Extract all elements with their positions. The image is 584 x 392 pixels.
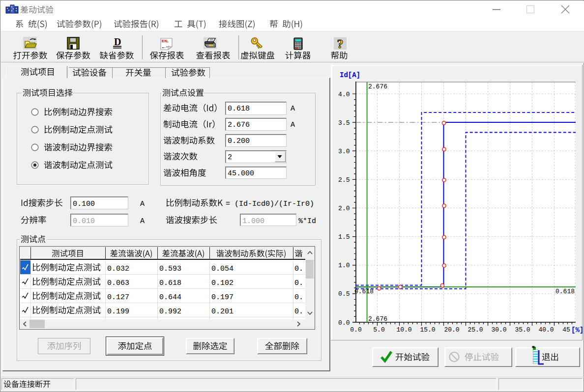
svg-text:0.0: 0.0 — [350, 326, 361, 334]
svg-text:1.0: 1.0 — [338, 262, 350, 269]
svg-text:3.0: 3.0 — [338, 148, 350, 155]
svg-text:3.5: 3.5 — [338, 119, 350, 127]
svg-text:25.0: 25.0 — [467, 326, 483, 334]
svg-text:10.0: 10.0 — [396, 326, 411, 334]
svg-text:4.0: 4.0 — [338, 91, 350, 98]
svg-text:40.0: 40.0 — [538, 326, 554, 334]
svg-text:20.0: 20.0 — [444, 326, 459, 334]
svg-text:0.0: 0.0 — [338, 319, 350, 327]
svg-text:2.676: 2.676 — [368, 83, 387, 90]
svg-text:2.5: 2.5 — [338, 176, 350, 184]
svg-text:0.618: 0.618 — [354, 288, 374, 295]
svg-text:Id[A]: Id[A] — [340, 71, 360, 79]
svg-text:2.676: 2.676 — [368, 315, 387, 323]
svg-text:15.0: 15.0 — [420, 326, 435, 334]
svg-text:30.0: 30.0 — [491, 326, 506, 334]
svg-text:1.5: 1.5 — [338, 233, 350, 241]
svg-text:5.0: 5.0 — [373, 326, 384, 334]
svg-text:45: 45 — [562, 326, 570, 334]
svg-text:0.618: 0.618 — [555, 288, 575, 295]
svg-text:35.0: 35.0 — [515, 326, 530, 334]
svg-text:0.5: 0.5 — [338, 290, 350, 298]
svg-text:2.0: 2.0 — [338, 205, 350, 212]
